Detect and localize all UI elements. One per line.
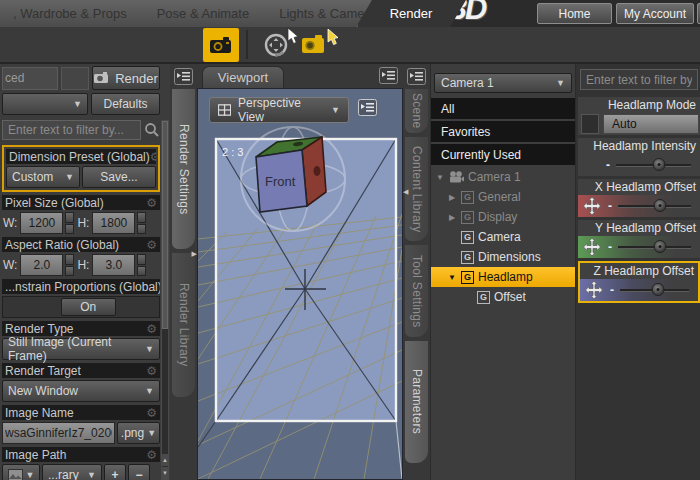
panel-menu-icon[interactable] [174,68,193,85]
tab-wardrobe-props[interactable]: , Wardrobe & Props [0,0,140,27]
intensity-slider[interactable] [616,164,691,167]
blank-tab[interactable] [61,67,89,90]
path-dropdown[interactable]: ...rary ▼ [42,464,102,480]
render-target-dropdown[interactable]: New Window ▼ [2,380,160,402]
gear-icon[interactable]: ⚙ [146,449,157,461]
gear-icon[interactable]: ⚙ [146,365,157,377]
pixel-height-field[interactable]: 1800 [92,212,135,234]
path-picker-button[interactable]: ▼ [2,464,40,480]
tab-scene[interactable]: Scene [405,89,428,133]
tab-tool-settings[interactable]: Tool Settings [405,245,428,337]
dimension-preset-dropdown[interactable]: Custom ▼ [6,166,80,188]
parameters-filter-input[interactable] [580,69,698,90]
defaults-button[interactable]: Defaults [91,93,160,115]
gear-icon[interactable]: ⚙ [146,239,157,251]
camera-selector-dropdown[interactable]: Camera 1 ▼ [434,73,572,93]
gear-icon[interactable]: ⚙ [146,197,157,209]
headlamp-mode-dropdown[interactable]: Auto [603,114,699,134]
toggle-on-button[interactable]: On [61,298,116,316]
expand-icon[interactable]: ▶ [447,193,457,202]
pixel-width-field[interactable]: 1200 [20,212,63,234]
width-stepper[interactable] [65,254,74,276]
tree-node-dimensions[interactable]: G Dimensions [431,247,575,267]
slider-handle[interactable] [653,199,666,212]
pixel-size-group: Pixel Size (Global)⚙ W: 1200 H: 1800 [2,195,160,234]
collapse-icon[interactable]: ▼ [447,273,457,282]
chevron-down-icon: ▼ [73,99,82,109]
move-tool-icon[interactable] [582,196,602,216]
preset-dropdown[interactable]: ▼ [2,93,88,115]
param-label: X Headlamp Offset [578,179,700,195]
scrollbar-thumb[interactable] [162,121,168,329]
tab-pose-animate[interactable]: Pose & Animate [144,0,263,27]
gear-icon[interactable]: ⚙ [146,407,157,419]
settings-scrollbar[interactable]: ▲ ▼ [161,120,169,480]
view-selector-dropdown[interactable]: Perspective View ▼ [209,97,349,123]
add-path-button[interactable]: + [104,464,126,480]
tab-viewport[interactable]: Viewport [202,66,284,88]
y-offset-slider[interactable] [618,246,691,249]
tab-render-settings[interactable]: Render Settings [172,89,195,249]
height-stepper[interactable] [137,212,146,234]
new-camera-button[interactable] [301,33,329,58]
viewport-scene[interactable]: Front 2 : 3 [198,89,402,479]
panel-menu-icon[interactable] [379,67,398,84]
filter-favorites[interactable]: Favorites [431,121,575,142]
height-stepper[interactable] [137,254,146,276]
move-tool-icon[interactable] [584,280,604,300]
slider-handle[interactable] [652,158,665,171]
z-offset-slider[interactable] [620,289,689,292]
expand-icon[interactable]: ▶ [447,213,457,222]
slider-decrement[interactable]: - [606,283,618,297]
advanced-tab-truncated[interactable]: ced [2,67,58,90]
section-label: Image Name [5,406,74,420]
width-stepper[interactable] [65,212,74,234]
mode-preview-box[interactable] [581,114,599,134]
scroll-up-button[interactable]: ▲ [162,454,168,466]
tree-node-display[interactable]: ▶ G Display [431,207,575,227]
save-preset-button[interactable]: Save... [82,166,156,188]
slider-decrement[interactable]: - [602,158,614,172]
aspect-height-field[interactable]: 3.0 [92,254,135,276]
aspect-width-field[interactable]: 2.0 [20,254,63,276]
render-camera-button-active[interactable] [203,28,239,62]
viewport-3d-view[interactable]: Perspective View ▼ [197,88,403,480]
dimension-preset-group-highlighted: Dimension Preset (Global)⚙ Custom ▼ Save… [2,145,160,192]
render-button[interactable]: Render [92,66,160,90]
tree-node-headlamp-selected[interactable]: ▼ G Headlamp [431,267,575,287]
x-offset-slider[interactable] [618,205,691,208]
activity-bar: , Wardrobe & Props Pose & Animate Lights… [0,0,700,27]
tree-node-offset[interactable]: G Offset [431,287,575,307]
tab-content-library[interactable]: Content Library [405,137,428,241]
panel-menu-icon[interactable] [358,99,377,116]
image-name-input[interactable] [2,422,115,444]
tree-node-camera1[interactable]: ▼ Camera 1 [431,167,575,187]
slider-handle[interactable] [653,240,666,253]
tab-parameters[interactable]: Parameters [405,341,428,463]
tree-node-general[interactable]: ▶ G General [431,187,575,207]
tab-render-library[interactable]: Render Library [172,253,195,397]
image-format-dropdown[interactable]: .png ▼ [117,422,160,444]
dock-collapse-icon[interactable]: ◀ [403,188,408,196]
filter-all[interactable]: All [431,98,575,119]
slider-handle[interactable] [651,283,664,296]
panel-menu-icon[interactable] [407,68,426,85]
tree-node-camera[interactable]: G Camera [431,227,575,247]
collapse-icon[interactable]: ▼ [435,173,445,182]
slider-decrement[interactable]: - [604,199,616,213]
gear-icon[interactable]: ⚙ [150,151,156,163]
image-name-group: Image Name⚙ .png ▼ [2,405,160,444]
gear-icon[interactable]: ⚙ [146,323,157,335]
remove-path-button[interactable]: − [128,464,150,480]
tab-render-active[interactable]: Render [356,0,466,27]
toolbar-separator [246,30,248,59]
settings-filter-input[interactable] [2,120,141,140]
constrain-toggle[interactable]: On [2,296,160,318]
home-button[interactable]: Home [537,3,612,24]
filter-currently-used[interactable]: Currently Used [431,144,575,165]
slider-decrement[interactable]: - [604,240,616,254]
move-tool-icon[interactable] [582,237,602,257]
render-type-dropdown[interactable]: Still Image (Current Frame) ▼ [2,338,160,360]
scroll-down-button[interactable]: ▼ [162,467,168,479]
my-account-button[interactable]: My Account [616,3,694,24]
